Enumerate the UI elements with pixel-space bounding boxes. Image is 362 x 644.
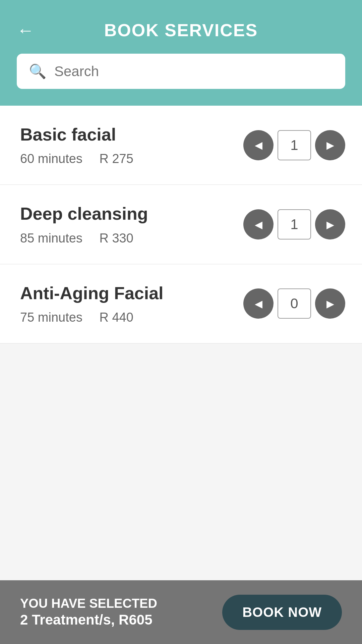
- service-price: R 440: [99, 310, 133, 324]
- service-info: Anti-Aging Facial 75 minutes R 440: [20, 283, 243, 325]
- left-arrow-icon: [255, 139, 262, 151]
- service-item-basic-facial: Basic facial 60 minutes R 275 1: [0, 106, 362, 185]
- quantity-control-deep-cleansing: 1: [243, 209, 345, 239]
- decrease-button-basic-facial[interactable]: [243, 130, 274, 160]
- service-details: 85 minutes R 330: [20, 231, 243, 246]
- service-info: Basic facial 60 minutes R 275: [20, 124, 243, 166]
- search-bar: 🔍: [17, 54, 345, 89]
- page-title: BOOK SERVICES: [104, 20, 258, 40]
- service-name: Anti-Aging Facial: [20, 283, 243, 304]
- service-duration: 85 minutes: [20, 231, 82, 245]
- book-now-button[interactable]: BOOK NOW: [222, 595, 342, 630]
- decrease-button-deep-cleansing[interactable]: [243, 209, 274, 239]
- quantity-display-basic-facial: 1: [278, 130, 311, 160]
- quantity-display-anti-aging-facial: 0: [278, 288, 311, 319]
- service-duration: 60 minutes: [20, 152, 82, 166]
- right-arrow-icon: [326, 298, 334, 310]
- back-arrow-icon: ←: [17, 20, 34, 40]
- service-details: 60 minutes R 275: [20, 152, 243, 166]
- right-arrow-icon: [326, 139, 334, 151]
- quantity-control-anti-aging-facial: 0: [243, 288, 345, 319]
- service-info: Deep cleansing 85 minutes R 330: [20, 203, 243, 245]
- increase-button-basic-facial[interactable]: [315, 130, 345, 160]
- service-name: Deep cleansing: [20, 203, 243, 224]
- service-price: R 275: [99, 152, 133, 166]
- selected-label: YOU HAVE SELECTED: [20, 596, 157, 611]
- service-duration: 75 minutes: [20, 310, 82, 324]
- search-input[interactable]: [54, 63, 333, 79]
- right-arrow-icon: [326, 219, 334, 230]
- back-button[interactable]: ←: [17, 21, 34, 39]
- service-details: 75 minutes R 440: [20, 310, 243, 325]
- footer-selection-info: YOU HAVE SELECTED 2 Treatment/s, R605: [20, 596, 157, 628]
- service-price: R 330: [99, 231, 133, 245]
- search-icon: 🔍: [29, 63, 46, 79]
- service-item-deep-cleansing: Deep cleansing 85 minutes R 330 1: [0, 185, 362, 264]
- header: ← BOOK SERVICES 🔍: [0, 0, 362, 106]
- increase-button-anti-aging-facial[interactable]: [315, 288, 345, 319]
- decrease-button-anti-aging-facial[interactable]: [243, 288, 274, 319]
- service-item-anti-aging-facial: Anti-Aging Facial 75 minutes R 440 0: [0, 264, 362, 343]
- left-arrow-icon: [255, 219, 262, 230]
- footer-bar: YOU HAVE SELECTED 2 Treatment/s, R605 BO…: [0, 580, 362, 644]
- selected-value: 2 Treatment/s, R605: [20, 611, 157, 628]
- quantity-control-basic-facial: 1: [243, 130, 345, 160]
- left-arrow-icon: [255, 298, 262, 310]
- increase-button-deep-cleansing[interactable]: [315, 209, 345, 239]
- service-name: Basic facial: [20, 124, 243, 145]
- quantity-display-deep-cleansing: 1: [278, 209, 311, 239]
- header-top: ← BOOK SERVICES: [17, 20, 345, 40]
- service-list: Basic facial 60 minutes R 275 1 Deep cle…: [0, 106, 362, 343]
